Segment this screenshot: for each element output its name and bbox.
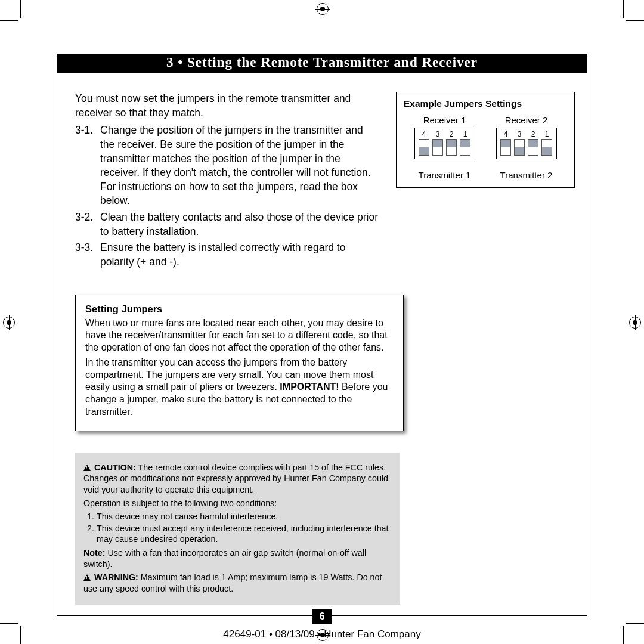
crop-mark — [20, 0, 21, 18]
dip-switch-diagram: 4 3 2 1 — [496, 128, 557, 159]
condition-item: This device must accept any interference… — [97, 523, 392, 545]
dip-num: 1 — [541, 130, 552, 138]
crop-mark — [623, 626, 624, 644]
dip-num: 3 — [432, 130, 443, 138]
setting-jumpers-title: Setting Jumpers — [85, 304, 394, 315]
section-title: 3 • Setting the Remote Transmitter and R… — [57, 54, 587, 73]
dip-switch-diagram: 4 3 2 1 — [414, 128, 475, 159]
dip-num: 4 — [419, 130, 429, 138]
setting-jumpers-p1: When two or more fans are located near e… — [85, 317, 394, 354]
jumper-settings-panel: Example Jumpers Settings Receiver 1 4 3 … — [396, 92, 575, 188]
step-item: 3-1. Change the position of the jumpers … — [75, 123, 378, 208]
crop-mark — [0, 623, 18, 624]
registration-mark-icon — [3, 317, 15, 329]
registration-mark-icon — [629, 317, 641, 329]
transmitter-2-label: Transmitter 2 — [488, 170, 565, 180]
caution-paragraph: CAUTION: The remote control device compl… — [83, 462, 392, 496]
warning-icon — [83, 574, 91, 581]
receiver-2-block: Receiver 2 4 3 2 1 — [488, 115, 565, 180]
note-paragraph: Note: Use with a fan that incorporates a… — [83, 547, 392, 569]
receiver-1-label: Receiver 1 — [406, 115, 484, 125]
crop-mark — [20, 626, 21, 644]
warning-paragraph: WARNING: Maximum fan load is 1 Amp; maxi… — [83, 572, 392, 594]
note-label: Note: — [83, 548, 106, 558]
steps-list: 3-1. Change the position of the jumpers … — [75, 123, 378, 269]
dip-num: 1 — [460, 130, 470, 138]
setting-jumpers-box: Setting Jumpers When two or more fans ar… — [75, 295, 404, 431]
conditions-list: This device may not cause harmful interf… — [97, 511, 392, 545]
content-frame: You must now set the jumpers in the remo… — [57, 73, 587, 616]
footer-text: 42649-01 • 08/13/09 • Hunter Fan Company — [57, 628, 587, 640]
setting-jumpers-p2: In the transmitter you can access the ju… — [85, 357, 394, 419]
page-content: 3 • Setting the Remote Transmitter and R… — [57, 54, 587, 616]
crop-mark — [626, 20, 644, 21]
step-item: 3-3. Ensure the battery is installed cor… — [75, 241, 378, 269]
dip-num: 2 — [446, 130, 457, 138]
caution-box: CAUTION: The remote control device compl… — [75, 453, 400, 605]
transmitter-1-label: Transmitter 1 — [406, 170, 484, 180]
jumper-panel-title: Example Jumpers Settings — [404, 98, 567, 109]
dip-num: 2 — [528, 130, 538, 138]
crop-mark — [0, 20, 18, 21]
dip-num: 3 — [514, 130, 525, 138]
warning-label: WARNING: — [94, 572, 138, 582]
step-number: 3-3. — [75, 241, 100, 269]
step-item: 3-2. Clean the battery contacts and also… — [75, 210, 378, 239]
condition-item: This device may not cause harmful interf… — [97, 511, 392, 522]
step-number: 3-1. — [75, 123, 100, 208]
page-number-badge: 6 — [312, 609, 332, 624]
caution-label: CAUTION: — [94, 463, 136, 472]
dip-num: 4 — [500, 130, 511, 138]
step-text: Change the position of the jumpers in th… — [100, 123, 378, 208]
step-number: 3-2. — [75, 210, 100, 239]
note-text: Use with a fan that incorporates an air … — [83, 548, 366, 569]
step-text: Ensure the battery is installed correctl… — [100, 241, 378, 269]
crop-mark — [626, 623, 644, 624]
crop-mark — [623, 0, 624, 18]
receiver-2-label: Receiver 2 — [488, 115, 565, 125]
operation-intro: Operation is subject to the following tw… — [83, 498, 392, 509]
registration-mark-icon — [317, 3, 329, 15]
intro-text: You must now set the jumpers in the remo… — [75, 92, 378, 120]
receiver-1-block: Receiver 1 4 3 2 1 — [406, 115, 484, 180]
important-label: IMPORTANT! — [280, 382, 339, 392]
step-text: Clean the battery contacts and also thos… — [100, 210, 378, 239]
warning-icon — [83, 465, 91, 471]
